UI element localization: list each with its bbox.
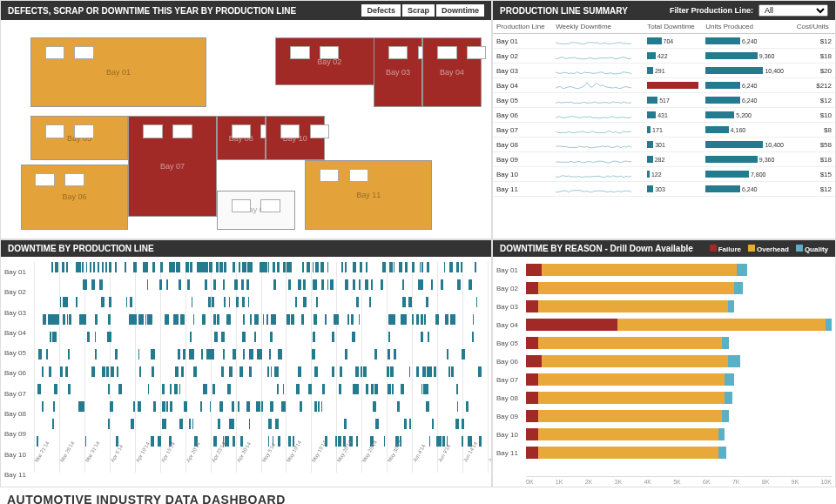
table-row[interactable]: Bay 0830110,400$58 [493, 138, 835, 152]
table-row[interactable]: Bay 113036,240$12 [493, 182, 835, 197]
table-row[interactable]: Bay 071714,160$8 [493, 123, 835, 138]
table-row[interactable]: Bay 017046,240$12 [493, 34, 835, 49]
gantt-row-label: Bay 02 [4, 282, 34, 302]
gantt-row-label: Bay 08 [4, 404, 34, 424]
table-row[interactable]: Bay 046,240$212 [493, 78, 835, 93]
reason-row[interactable]: Bay 01 [496, 262, 832, 278]
reason-row[interactable]: Bay 08 [496, 390, 832, 406]
table-row[interactable]: Bay 101227,800$15 [493, 167, 835, 182]
bay-bay08[interactable]: Bay 08 [217, 116, 266, 159]
bay-bay02[interactable]: Bay 02 [275, 37, 383, 85]
gantt-row-label: Bay 10 [4, 444, 34, 464]
filter-select[interactable]: All [758, 4, 828, 17]
gantt-row-label: Bay 09 [4, 424, 34, 444]
table-row[interactable]: Bay 055176,240$12 [493, 93, 835, 108]
table-row[interactable]: Bay 064315,200$10 [493, 108, 835, 123]
tab-downtime[interactable]: Downtime [436, 4, 484, 17]
legend-item-failure[interactable]: Failure [710, 245, 741, 253]
summary-title: PRODUCTION LINE SUMMARY [500, 6, 628, 16]
reason-panel: DOWNTIME BY REASON - Drill Down Availabl… [492, 239, 836, 487]
table-row[interactable]: Bay 092829,360$18 [493, 152, 835, 167]
tab-defects[interactable]: Defects [361, 4, 401, 17]
dashboard-title: AUTOMOTIVE INDUSTRY DATA DASHBOARD [0, 487, 836, 504]
summary-panel: PRODUCTION LINE SUMMARY Filter Productio… [492, 0, 836, 239]
legend-item-overhead[interactable]: Overhead [748, 245, 789, 253]
reason-row[interactable]: Bay 11 [496, 445, 832, 460]
reason-title: DOWNTIME BY REASON - Drill Down Availabl… [500, 244, 693, 253]
gantt-title: DOWNTIME BY PRODUCTION LINE [8, 244, 154, 253]
floorplan-panel: DEFECTS, SCRAP OR DOWNTIME THIS YEAR BY … [0, 0, 492, 239]
tab-scrap[interactable]: Scrap [402, 4, 435, 17]
gantt-row-label: Bay 05 [4, 343, 34, 363]
bay-bay10[interactable]: Bay 10 [266, 116, 325, 159]
gantt-panel: DOWNTIME BY PRODUCTION LINE Bay 01Bay 02… [0, 239, 492, 487]
gantt-row-label: Bay 03 [4, 303, 34, 323]
table-row[interactable]: Bay 024229,360$18 [493, 49, 835, 64]
reason-row[interactable]: Bay 02 [496, 280, 832, 296]
gantt-row-label: Bay 01 [4, 262, 34, 282]
reason-row[interactable]: Bay 09 [496, 408, 832, 424]
reason-row[interactable]: Bay 04 [496, 317, 832, 333]
floorplan-map[interactable]: Bay 01Bay 02Bay 03Bay 04Bay 05Bay 06Bay … [1, 20, 491, 239]
reason-row[interactable]: Bay 06 [496, 353, 832, 369]
table-row[interactable]: Bay 0329110,400$20 [493, 64, 835, 78]
summary-table: Production LineWeekly DowntimeTotal Down… [493, 20, 835, 197]
gantt-row-label: Bay 04 [4, 323, 34, 343]
floorplan-title: DEFECTS, SCRAP OR DOWNTIME THIS YEAR BY … [8, 6, 296, 16]
reason-row[interactable]: Bay 10 [496, 427, 832, 442]
legend-item-quality[interactable]: Quality [796, 245, 828, 253]
reason-row[interactable]: Bay 05 [496, 335, 832, 351]
reason-row[interactable]: Bay 07 [496, 372, 832, 387]
gantt-row-label: Bay 11 [4, 465, 34, 485]
bay-bay09[interactable]: Bay 09 [217, 191, 295, 230]
gantt-row-label: Bay 07 [4, 384, 34, 404]
gantt-row-label: Bay 06 [4, 363, 34, 383]
filter-label: Filter Production Line: [670, 6, 753, 15]
bay-bay05[interactable]: Bay 05 [30, 116, 129, 159]
reason-row[interactable]: Bay 03 [496, 299, 832, 314]
